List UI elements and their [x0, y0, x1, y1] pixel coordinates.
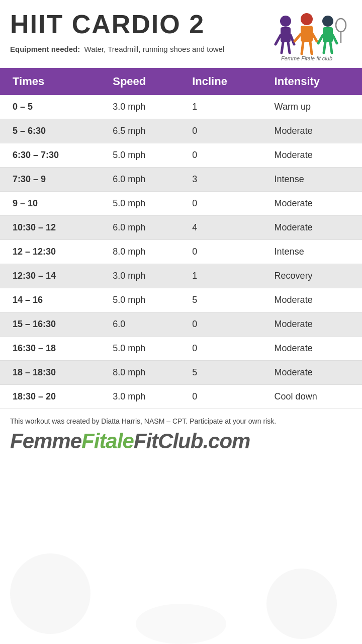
cell-times: 15 – 16:30 [0, 312, 103, 337]
col-incline: Incline [182, 68, 264, 95]
equipment-text: Equipment needed: Water, Treadmill, runn… [10, 44, 231, 54]
svg-line-20 [313, 34, 317, 41]
cell-times: 6:30 – 7:30 [0, 143, 103, 168]
equipment-value: Water, Treadmill, running shoes and towe… [84, 45, 225, 53]
cell-speed: 3.0 mph [103, 385, 182, 409]
svg-point-11 [280, 16, 291, 27]
table-row: 6:30 – 7:305.0 mph0Moderate [0, 143, 362, 168]
cell-intensity: Recovery [264, 264, 362, 288]
svg-line-21 [302, 42, 303, 54]
cell-intensity: Moderate [264, 337, 362, 361]
svg-line-22 [310, 42, 312, 54]
equipment-label: Equipment needed: [10, 45, 80, 53]
cell-incline: 5 [182, 288, 264, 312]
cell-times: 14 – 16 [0, 288, 103, 312]
table-row: 10:30 – 126.0 mph4Moderate [0, 216, 362, 240]
svg-point-4 [136, 604, 226, 644]
footer: This workout was created by Diatta Harri… [0, 409, 362, 457]
table-row: 18 – 18:308.0 mph5Moderate [0, 361, 362, 385]
cell-incline: 1 [182, 95, 264, 119]
col-speed: Speed [103, 68, 182, 95]
cell-times: 7:30 – 9 [0, 168, 103, 192]
table-container: Times Speed Incline Intensity 0 – 53.0 m… [0, 68, 362, 409]
svg-line-28 [330, 42, 332, 53]
cell-incline: 1 [182, 264, 264, 288]
svg-text:Femme Fitale fit club: Femme Fitale fit club [281, 55, 332, 61]
table-row: 5 – 6:306.5 mph0Moderate [0, 119, 362, 143]
col-times: Times [0, 68, 103, 95]
cell-incline: 0 [182, 240, 264, 264]
brand-fitclub: FitClub.com [134, 429, 250, 453]
logo-svg: Femme Fitale fit club [266, 10, 347, 63]
cell-incline: 0 [182, 337, 264, 361]
cell-times: 12:30 – 14 [0, 264, 103, 288]
svg-line-25 [318, 35, 323, 43]
cell-intensity: Moderate [264, 312, 362, 337]
svg-point-2 [10, 553, 90, 634]
logo-area: Femme Fitale fit club [261, 10, 352, 63]
brand-fitale: Fitale [81, 429, 134, 453]
cell-times: 5 – 6:30 [0, 119, 103, 143]
footer-disclaimer: This workout was created by Diatta Harri… [10, 417, 352, 427]
cell-times: 16:30 – 18 [0, 337, 103, 361]
cell-speed: 3.0 mph [103, 264, 182, 288]
cell-times: 12 – 12:30 [0, 240, 103, 264]
cell-intensity: Moderate [264, 192, 362, 216]
cell-incline: 5 [182, 361, 264, 385]
table-row: 15 – 16:306.00Moderate [0, 312, 362, 337]
table-header-row: Times Speed Incline Intensity [0, 68, 362, 95]
cell-speed: 3.0 mph [103, 95, 182, 119]
col-intensity: Intensity [264, 68, 362, 95]
page-wrapper: HIIT CARDIO 2 Equipment needed: Water, T… [0, 0, 362, 644]
table-row: 12 – 12:308.0 mph0Intense [0, 240, 362, 264]
svg-point-3 [266, 569, 337, 639]
table-row: 9 – 105.0 mph0Moderate [0, 192, 362, 216]
cell-intensity: Cool down [264, 385, 362, 409]
cell-incline: 0 [182, 143, 264, 168]
cell-incline: 0 [182, 119, 264, 143]
cell-intensity: Moderate [264, 216, 362, 240]
svg-point-17 [301, 13, 313, 25]
page-title: HIIT CARDIO 2 [10, 10, 261, 39]
svg-point-29 [336, 19, 346, 32]
cell-incline: 0 [182, 192, 264, 216]
cell-speed: 5.0 mph [103, 192, 182, 216]
cell-incline: 3 [182, 168, 264, 192]
svg-line-15 [282, 42, 283, 53]
svg-line-16 [288, 42, 290, 53]
svg-line-19 [295, 34, 301, 41]
cell-intensity: Warm up [264, 95, 362, 119]
cell-speed: 6.0 [103, 312, 182, 337]
cell-intensity: Moderate [264, 119, 362, 143]
svg-rect-24 [323, 27, 333, 42]
cell-intensity: Intense [264, 168, 362, 192]
workout-table: Times Speed Incline Intensity 0 – 53.0 m… [0, 68, 362, 409]
table-row: 16:30 – 185.0 mph0Moderate [0, 337, 362, 361]
svg-line-27 [324, 42, 325, 53]
svg-line-13 [276, 35, 281, 44]
cell-intensity: Moderate [264, 288, 362, 312]
table-row: 7:30 – 96.0 mph3Intense [0, 168, 362, 192]
cell-times: 18:30 – 20 [0, 385, 103, 409]
table-row: 14 – 165.0 mph5Moderate [0, 288, 362, 312]
cell-speed: 5.0 mph [103, 143, 182, 168]
brand-femme: Femme [10, 429, 81, 453]
table-row: 12:30 – 143.0 mph1Recovery [0, 264, 362, 288]
svg-rect-12 [281, 27, 291, 42]
cell-times: 0 – 5 [0, 95, 103, 119]
cell-speed: 8.0 mph [103, 361, 182, 385]
footer-brand: FemmeFitaleFitClub.com [10, 429, 352, 453]
cell-speed: 5.0 mph [103, 337, 182, 361]
cell-times: 9 – 10 [0, 192, 103, 216]
header-left: HIIT CARDIO 2 Equipment needed: Water, T… [10, 10, 261, 54]
cell-intensity: Moderate [264, 361, 362, 385]
header: HIIT CARDIO 2 Equipment needed: Water, T… [0, 0, 362, 68]
table-row: 0 – 53.0 mph1Warm up [0, 95, 362, 119]
cell-speed: 8.0 mph [103, 240, 182, 264]
cell-speed: 6.5 mph [103, 119, 182, 143]
cell-times: 18 – 18:30 [0, 361, 103, 385]
svg-line-26 [333, 35, 337, 43]
svg-rect-18 [301, 26, 313, 42]
cell-speed: 6.0 mph [103, 168, 182, 192]
cell-intensity: Moderate [264, 143, 362, 168]
